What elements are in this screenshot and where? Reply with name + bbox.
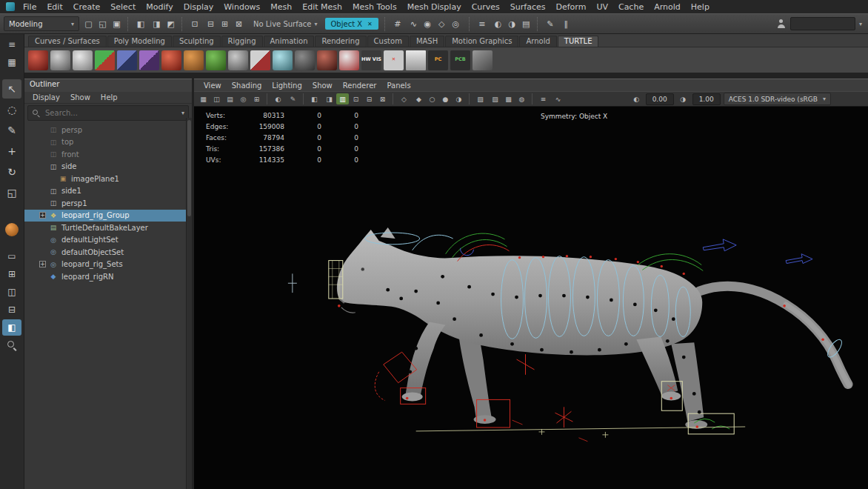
koala-sample-icon[interactable] xyxy=(473,50,493,70)
mid-cross-control-2[interactable] xyxy=(555,407,572,428)
green-material-icon[interactable] xyxy=(206,50,226,70)
shelf-tab[interactable]: Rigging xyxy=(221,36,263,47)
layout-two-pane-stacked[interactable]: ⊟ xyxy=(2,302,21,318)
camera-attributes-icon[interactable]: ▤ xyxy=(224,93,236,104)
gamma-icon[interactable]: ◑ xyxy=(677,93,690,104)
outliner-menu-item[interactable]: Help xyxy=(96,93,122,102)
outliner-row[interactable]: + ❖ leopard_rig_Group xyxy=(24,210,192,222)
pan-zoom-icon[interactable]: ◐ xyxy=(267,93,286,104)
outliner-row[interactable]: ◫ persp1 xyxy=(24,197,192,210)
shelf-tab[interactable]: Poly Modeling xyxy=(107,36,172,47)
hw-vis-icon[interactable]: HW VIS xyxy=(361,50,381,70)
zoom-tool-icon[interactable] xyxy=(7,340,17,350)
scale-tool[interactable]: ◱ xyxy=(2,183,21,202)
front-paw-dashed-arc[interactable] xyxy=(375,372,385,401)
bookmarks-icon[interactable]: ◎ xyxy=(237,93,250,104)
wireframe-on-shaded-icon[interactable]: ▥ xyxy=(336,93,349,104)
layout-outliner-persp[interactable]: ◧ xyxy=(2,319,21,336)
make-live-icon[interactable]: ◎ xyxy=(449,17,463,31)
turtle-sphere-icon[interactable] xyxy=(73,50,93,70)
outliner-title[interactable]: Outliner xyxy=(24,79,192,92)
safe-title-icon[interactable]: ⊠ xyxy=(376,93,389,104)
ssao-icon[interactable]: ▧ xyxy=(469,93,488,104)
viewport-menu-item[interactable]: Shading xyxy=(227,82,267,90)
multisample-icon[interactable]: ▩ xyxy=(502,93,515,104)
half-sphere-icon[interactable] xyxy=(339,50,359,70)
front-paw-near[interactable] xyxy=(402,393,423,402)
menubar-item[interactable]: Modify xyxy=(141,1,178,13)
outliner-row[interactable]: ▣ imagePlane1 xyxy=(24,173,192,185)
menu-toggle-icon[interactable]: ≡ xyxy=(2,36,21,53)
frame-all-icon[interactable]: ◇ xyxy=(393,93,412,104)
shelf-tab[interactable]: TURTLE xyxy=(558,36,599,47)
snap-point-icon[interactable]: ◉ xyxy=(421,17,435,31)
ipr-render-icon[interactable]: ◑ xyxy=(505,17,519,31)
menubar-item[interactable]: Mesh Display xyxy=(402,1,467,13)
pc-preset-icon[interactable]: PC xyxy=(428,50,448,70)
symmetry-object-chip[interactable]: Object X ✕ xyxy=(325,18,378,30)
colorspace-dropdown[interactable]: ACES 1.0 SDR-video (sRGB ▾ xyxy=(724,93,831,105)
grid-texture-icon[interactable] xyxy=(139,50,159,70)
chevron-down-icon[interactable]: ▾ xyxy=(181,110,184,116)
arrow-control-1[interactable] xyxy=(703,239,736,251)
shelf-tab[interactable]: Curves / Surfaces xyxy=(28,36,107,47)
menubar-item[interactable]: UV xyxy=(591,1,613,13)
select-object-icon[interactable]: ◨ xyxy=(150,17,164,31)
select-tool[interactable]: ↖ xyxy=(2,79,21,99)
select-camera-icon[interactable]: ▦ xyxy=(197,93,210,104)
viewport-menu-item[interactable]: Lighting xyxy=(267,82,306,90)
new-scene-icon[interactable]: ▢ xyxy=(81,17,96,31)
pcb-preset-icon[interactable]: PCB xyxy=(450,50,470,70)
open-scene-icon[interactable]: ◱ xyxy=(96,17,110,31)
construction-history-icon[interactable]: ≡ xyxy=(469,17,491,31)
layout-four-pane[interactable]: ⊞ xyxy=(2,266,21,282)
shadows-icon[interactable]: ◑ xyxy=(453,93,465,104)
turtle-shader-icon[interactable] xyxy=(95,50,115,70)
motion-blur-icon[interactable]: ▨ xyxy=(489,93,501,104)
front-leg-near[interactable] xyxy=(406,322,446,396)
outliner-row[interactable]: ◎ defaultObjectSet xyxy=(24,246,192,259)
outliner-menu-item[interactable]: Show xyxy=(66,93,95,102)
menubar-item[interactable]: Curves xyxy=(467,1,505,13)
leopard-model[interactable] xyxy=(337,227,849,429)
layout-two-pane-side[interactable]: ◫ xyxy=(2,284,21,300)
layout-single-pane[interactable]: ▭ xyxy=(2,248,21,265)
menubar-item[interactable]: Windows xyxy=(218,1,265,13)
snap-grid-icon[interactable]: # xyxy=(384,17,407,31)
render-settings-icon[interactable]: ▤ xyxy=(519,17,533,31)
menubar-item[interactable]: Cache xyxy=(613,1,649,13)
wire-sphere-icon[interactable] xyxy=(317,50,337,70)
outliner-row[interactable]: ◆ leopard_rigRN xyxy=(24,270,192,283)
outliner-row[interactable]: ◫ top xyxy=(24,136,192,149)
pause-icon[interactable]: ‖ xyxy=(559,17,573,31)
outliner-scrollbar[interactable] xyxy=(186,118,192,489)
shelf-tab[interactable]: Sculpting xyxy=(173,36,221,47)
turtle-bake-icon[interactable] xyxy=(50,50,70,70)
shelf-tab[interactable]: Motion Graphics xyxy=(445,36,518,47)
lock-camera-icon[interactable]: ◫ xyxy=(210,93,223,104)
save-scene-icon[interactable]: ▣ xyxy=(110,17,124,31)
shelf-tab[interactable]: Custom xyxy=(367,36,409,47)
mask-edge-icon[interactable]: ⊟ xyxy=(204,17,218,31)
select-hierarchy-icon[interactable]: ◧ xyxy=(127,17,150,31)
expand-icon[interactable]: + xyxy=(39,212,46,219)
render-icon[interactable]: ◐ xyxy=(491,17,505,31)
shelf-tab[interactable]: Rendering xyxy=(315,36,366,47)
move-tool[interactable]: + xyxy=(2,142,21,161)
red-material-icon[interactable] xyxy=(161,50,181,70)
search-input[interactable] xyxy=(44,108,178,118)
shelf-tab[interactable]: Animation xyxy=(264,36,315,47)
outliner-row[interactable]: ◫ side xyxy=(24,161,192,173)
viewport-menu-item[interactable]: Show xyxy=(308,82,337,90)
split-material-icon[interactable] xyxy=(250,50,270,70)
outliner-row[interactable]: ◫ front xyxy=(24,148,192,161)
menubar-item[interactable]: File xyxy=(18,1,41,13)
shoulder-arc-green1[interactable] xyxy=(446,233,505,254)
orange-material-icon[interactable] xyxy=(184,50,204,70)
scrollbar-thumb[interactable] xyxy=(187,120,191,216)
mask-vertex-icon[interactable]: ⊡ xyxy=(181,17,204,31)
body[interactable] xyxy=(337,230,702,355)
chevron-down-icon[interactable]: ▾ xyxy=(859,21,862,27)
grease-pencil-icon[interactable]: ✎ xyxy=(287,93,299,104)
fluid-icon[interactable]: ∿ xyxy=(552,93,564,104)
